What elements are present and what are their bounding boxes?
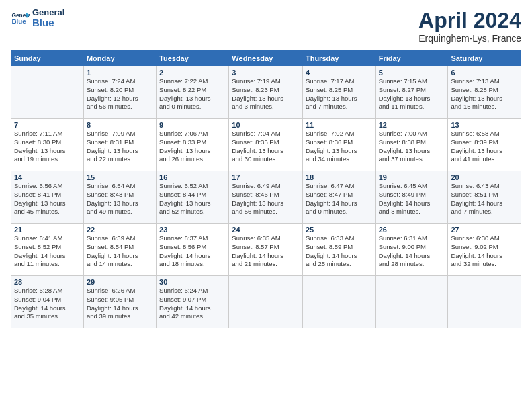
day-number: 4 bbox=[306, 68, 373, 77]
day-cell: 22Sunrise: 6:39 AM Sunset: 8:54 PM Dayli… bbox=[83, 224, 156, 276]
day-cell: 19Sunrise: 6:45 AM Sunset: 8:49 PM Dayli… bbox=[375, 171, 448, 224]
day-cell bbox=[229, 276, 303, 328]
week-row-5: 28Sunrise: 6:28 AM Sunset: 9:04 PM Dayli… bbox=[11, 276, 521, 328]
day-number: 11 bbox=[306, 121, 373, 129]
col-header-friday: Friday bbox=[375, 51, 448, 66]
day-cell: 17Sunrise: 6:49 AM Sunset: 8:46 PM Dayli… bbox=[229, 171, 303, 224]
day-cell bbox=[448, 276, 521, 328]
day-info: Sunrise: 6:39 AM Sunset: 8:54 PM Dayligh… bbox=[87, 234, 153, 269]
location-subtitle: Erquinghem-Lys, France bbox=[418, 33, 521, 44]
day-number: 16 bbox=[159, 173, 226, 181]
day-number: 6 bbox=[451, 68, 518, 77]
day-number: 1 bbox=[87, 68, 153, 77]
day-number: 18 bbox=[306, 173, 373, 181]
day-cell bbox=[302, 276, 375, 328]
day-cell: 7Sunrise: 7:11 AM Sunset: 8:30 PM Daylig… bbox=[11, 119, 84, 171]
day-number: 25 bbox=[306, 226, 373, 234]
header: General Blue General Blue April 2024 Erq… bbox=[11, 8, 521, 44]
col-header-tuesday: Tuesday bbox=[157, 51, 229, 66]
day-cell: 10Sunrise: 7:04 AM Sunset: 8:35 PM Dayli… bbox=[229, 119, 303, 171]
day-info: Sunrise: 7:06 AM Sunset: 8:33 PM Dayligh… bbox=[159, 130, 226, 164]
day-cell: 8Sunrise: 7:09 AM Sunset: 8:31 PM Daylig… bbox=[83, 119, 156, 171]
day-cell: 23Sunrise: 6:37 AM Sunset: 8:56 PM Dayli… bbox=[157, 224, 229, 276]
day-info: Sunrise: 7:19 AM Sunset: 8:23 PM Dayligh… bbox=[232, 77, 300, 111]
day-number: 5 bbox=[379, 68, 445, 77]
title-block: April 2024 Erquinghem-Lys, France bbox=[418, 8, 521, 44]
logo-text: General Blue bbox=[32, 8, 64, 29]
day-cell: 25Sunrise: 6:33 AM Sunset: 8:59 PM Dayli… bbox=[302, 224, 375, 276]
day-cell: 13Sunrise: 6:58 AM Sunset: 8:39 PM Dayli… bbox=[448, 119, 521, 171]
day-cell: 28Sunrise: 6:28 AM Sunset: 9:04 PM Dayli… bbox=[11, 276, 84, 328]
week-row-3: 14Sunrise: 6:56 AM Sunset: 8:41 PM Dayli… bbox=[11, 171, 521, 224]
generalblue-logo-icon: General Blue bbox=[11, 9, 30, 28]
day-info: Sunrise: 7:11 AM Sunset: 8:30 PM Dayligh… bbox=[14, 130, 81, 164]
day-number: 3 bbox=[232, 68, 300, 77]
week-row-4: 21Sunrise: 6:41 AM Sunset: 8:52 PM Dayli… bbox=[11, 224, 521, 276]
day-info: Sunrise: 6:47 AM Sunset: 8:47 PM Dayligh… bbox=[306, 182, 373, 216]
svg-text:Blue: Blue bbox=[11, 18, 26, 26]
day-info: Sunrise: 7:17 AM Sunset: 8:25 PM Dayligh… bbox=[306, 77, 373, 111]
col-header-sunday: Sunday bbox=[11, 51, 84, 66]
day-number: 9 bbox=[159, 121, 226, 129]
day-info: Sunrise: 6:26 AM Sunset: 9:05 PM Dayligh… bbox=[87, 287, 153, 321]
day-number: 20 bbox=[451, 173, 518, 181]
day-info: Sunrise: 7:13 AM Sunset: 8:28 PM Dayligh… bbox=[451, 77, 518, 111]
day-number: 2 bbox=[159, 68, 226, 77]
day-number: 27 bbox=[451, 226, 518, 234]
day-info: Sunrise: 6:56 AM Sunset: 8:41 PM Dayligh… bbox=[14, 182, 81, 216]
day-number: 17 bbox=[232, 173, 300, 181]
day-info: Sunrise: 7:15 AM Sunset: 8:27 PM Dayligh… bbox=[379, 77, 445, 111]
col-header-saturday: Saturday bbox=[448, 51, 521, 66]
day-info: Sunrise: 6:37 AM Sunset: 8:56 PM Dayligh… bbox=[159, 234, 226, 269]
day-cell: 12Sunrise: 7:00 AM Sunset: 8:38 PM Dayli… bbox=[375, 119, 448, 171]
day-cell: 20Sunrise: 6:43 AM Sunset: 8:51 PM Dayli… bbox=[448, 171, 521, 224]
page: General Blue General Blue April 2024 Erq… bbox=[0, 0, 532, 411]
day-cell: 1Sunrise: 7:24 AM Sunset: 8:20 PM Daylig… bbox=[83, 66, 156, 119]
day-number: 23 bbox=[159, 226, 226, 234]
day-cell bbox=[375, 276, 448, 328]
day-number: 13 bbox=[451, 121, 518, 129]
day-info: Sunrise: 6:58 AM Sunset: 8:39 PM Dayligh… bbox=[451, 130, 518, 164]
month-title: April 2024 bbox=[418, 8, 521, 33]
day-cell: 9Sunrise: 7:06 AM Sunset: 8:33 PM Daylig… bbox=[157, 119, 229, 171]
logo: General Blue General Blue bbox=[11, 8, 64, 29]
logo-general: General bbox=[32, 8, 64, 17]
day-number: 22 bbox=[87, 226, 153, 234]
day-info: Sunrise: 6:43 AM Sunset: 8:51 PM Dayligh… bbox=[451, 182, 518, 216]
day-info: Sunrise: 6:52 AM Sunset: 8:44 PM Dayligh… bbox=[159, 182, 226, 216]
day-info: Sunrise: 7:02 AM Sunset: 8:36 PM Dayligh… bbox=[306, 130, 373, 164]
day-number: 19 bbox=[379, 173, 445, 181]
day-info: Sunrise: 6:24 AM Sunset: 9:07 PM Dayligh… bbox=[159, 287, 226, 321]
calendar-table: SundayMondayTuesdayWednesdayThursdayFrid… bbox=[11, 50, 521, 328]
day-number: 7 bbox=[14, 121, 81, 129]
day-info: Sunrise: 6:49 AM Sunset: 8:46 PM Dayligh… bbox=[232, 182, 300, 216]
day-number: 12 bbox=[379, 121, 445, 129]
day-cell: 26Sunrise: 6:31 AM Sunset: 9:00 PM Dayli… bbox=[375, 224, 448, 276]
day-cell: 24Sunrise: 6:35 AM Sunset: 8:57 PM Dayli… bbox=[229, 224, 303, 276]
column-headers: SundayMondayTuesdayWednesdayThursdayFrid… bbox=[11, 51, 521, 66]
col-header-thursday: Thursday bbox=[302, 51, 375, 66]
day-info: Sunrise: 6:45 AM Sunset: 8:49 PM Dayligh… bbox=[379, 182, 445, 216]
day-info: Sunrise: 7:04 AM Sunset: 8:35 PM Dayligh… bbox=[232, 130, 300, 164]
day-number: 29 bbox=[87, 278, 153, 286]
day-number: 24 bbox=[232, 226, 300, 234]
day-cell: 27Sunrise: 6:30 AM Sunset: 9:02 PM Dayli… bbox=[448, 224, 521, 276]
day-cell: 4Sunrise: 7:17 AM Sunset: 8:25 PM Daylig… bbox=[302, 66, 375, 119]
day-number: 15 bbox=[87, 173, 153, 181]
day-number: 14 bbox=[14, 173, 81, 181]
col-header-wednesday: Wednesday bbox=[229, 51, 303, 66]
day-info: Sunrise: 6:30 AM Sunset: 9:02 PM Dayligh… bbox=[451, 234, 518, 269]
day-info: Sunrise: 7:24 AM Sunset: 8:20 PM Dayligh… bbox=[87, 77, 153, 111]
day-cell: 5Sunrise: 7:15 AM Sunset: 8:27 PM Daylig… bbox=[375, 66, 448, 119]
day-cell: 21Sunrise: 6:41 AM Sunset: 8:52 PM Dayli… bbox=[11, 224, 84, 276]
day-cell bbox=[11, 66, 84, 119]
day-cell: 6Sunrise: 7:13 AM Sunset: 8:28 PM Daylig… bbox=[448, 66, 521, 119]
week-row-1: 1Sunrise: 7:24 AM Sunset: 8:20 PM Daylig… bbox=[11, 66, 521, 119]
day-number: 30 bbox=[159, 278, 226, 286]
day-cell: 11Sunrise: 7:02 AM Sunset: 8:36 PM Dayli… bbox=[302, 119, 375, 171]
day-info: Sunrise: 6:31 AM Sunset: 9:00 PM Dayligh… bbox=[379, 234, 445, 269]
day-number: 26 bbox=[379, 226, 445, 234]
week-row-2: 7Sunrise: 7:11 AM Sunset: 8:30 PM Daylig… bbox=[11, 119, 521, 171]
day-info: Sunrise: 6:28 AM Sunset: 9:04 PM Dayligh… bbox=[14, 287, 81, 321]
day-cell: 18Sunrise: 6:47 AM Sunset: 8:47 PM Dayli… bbox=[302, 171, 375, 224]
